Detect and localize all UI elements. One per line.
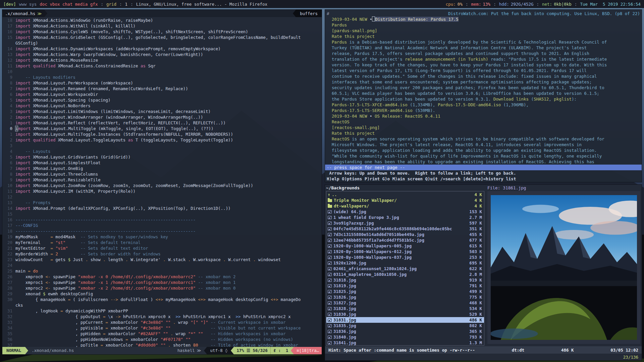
code-line[interactable]: 23windowCount = gets $ Just . show . len… <box>2 257 322 262</box>
file-row[interactable]: 31831.jpg486 K <box>326 317 484 323</box>
code-line[interactable]: 11import XMonad.Layout.IM (withIM, Prope… <box>2 188 322 194</box>
code-line[interactable]: 17---CONFIG <box>2 223 322 228</box>
code-line[interactable]: 0import XMonad.Layout.MultiToggle (mkTog… <box>2 126 322 131</box>
code-line[interactable]: 15import XMonad.Actions.GridSelect (GSCo… <box>2 35 322 40</box>
link[interactable]: 2019-03-04 NEW <box>327 17 370 22</box>
code-line[interactable]: 20myTerminal = "st" -- Sets default term… <box>2 240 322 245</box>
code-line[interactable]: 11import qualified XMonad.Actions.Constr… <box>2 63 322 69</box>
code-line[interactable]: 19myModMask = mod4Mask -- Sets modkey to… <box>2 234 322 240</box>
code-line[interactable]: 7import XMonad.Layout.OneBig <box>2 166 322 171</box>
link[interactable]: Rate this project <box>327 34 375 39</box>
link[interactable]: ReactOS <box>327 119 350 124</box>
file-row[interactable]: 31836.jpg365 K <box>326 328 484 334</box>
link[interactable]: release announcement (in Turkish) <box>405 57 488 62</box>
workspaces-hidden[interactable]: doc vbox chat media gfx <box>40 2 98 7</box>
file-row[interactable]: 04fc7e45d58112b2a9fe446c8c635886b694e108… <box>326 226 484 232</box>
link[interactable]: SHA512 <box>534 97 549 102</box>
code-line[interactable]: 1import XMonad.Layout.MultiToggle.Instan… <box>2 131 322 137</box>
file-row[interactable]: 31818.jpg919 K <box>326 277 484 283</box>
code-line[interactable]: 3import XMonad.Layout.LimitWindows (limi… <box>2 109 322 114</box>
toolbar-hash[interactable]: # <box>327 11 329 16</box>
code-line[interactable]: GSConfig) <box>2 40 322 46</box>
link[interactable]: Rate this project <box>327 131 375 136</box>
code-line[interactable]: 10 <box>2 69 322 74</box>
code-line[interactable]: 16import XMonad.Actions.CycleWS (moveTo,… <box>2 29 322 35</box>
file-row[interactable]: 02461_africansunset_1280x1024.jpg622 K <box>326 266 484 272</box>
code-line[interactable]: 5import XMonad.Layout.GridVariants (Grid… <box>2 154 322 160</box>
code-line[interactable]: 22myBorderWidth = 2 -- Sets border width… <box>2 251 322 257</box>
file-row[interactable]: 31835.jpg802 K <box>326 323 484 328</box>
directory-row[interactable]: dt-wallpapers/4 K <box>326 203 484 209</box>
code-line[interactable]: 2import XMonad.Layout.WindowArranger (wi… <box>2 114 322 120</box>
link[interactable]: Pardus-17.5-LTS-SERVER-amd64.iso <box>327 108 413 113</box>
file-row[interactable]: 12ee746bb85735f1a7a4cd4d7f581b5c.jpg677 … <box>326 237 484 243</box>
code-line[interactable]: 10import XMonad.Layout.ZoomRow (zoomRow,… <box>2 183 322 188</box>
file-row[interactable]: 1920-By-1080-Wallpapers-005.jpg615 K <box>326 243 484 249</box>
file-row[interactable]: 31826.jpg775 K <box>326 294 484 300</box>
file-list[interactable]: ↑..4 KTriple Monitor Wallpaper/4 Kdt-wal… <box>326 191 484 346</box>
link[interactable]: Pardus-17.5-DDE-amd64.iso <box>438 102 501 107</box>
file-row[interactable]: 31825.jpg499 K <box>326 289 484 294</box>
file-row[interactable]: 1920x1200.jpg695 K <box>326 260 484 266</box>
link[interactable]: pkglist <box>554 97 572 102</box>
link[interactable]: [pardus-small.png] <box>327 28 377 33</box>
file-row[interactable]: 31828.jpg534 K <box>326 306 484 311</box>
file-row[interactable]: 31830.jpg529 K <box>326 311 484 317</box>
code-line[interactable]: 14import XMonad.Actions.DynamicWorkspace… <box>2 46 322 52</box>
code-line[interactable]: 4import XMonad.Layout.NoBorders <box>2 103 322 109</box>
code-line[interactable]: 18--------------------------------------… <box>2 228 322 234</box>
link[interactable]: Download links <box>493 97 529 102</box>
code-line[interactable]: 30 { manageHook = ( isFullscreen --> doF… <box>2 297 322 302</box>
code-line[interactable]: 25main = do <box>2 268 322 274</box>
code-line[interactable]: 18import XMonad.Actions.WindowGo (runOrR… <box>2 17 322 23</box>
file-row[interactable]: 3vo91g7azxqz.jpg597 K <box>326 220 484 226</box>
code-line[interactable]: 6import XMonad.Layout.SimplestFloat <box>2 160 322 166</box>
link[interactable]: Pardus <box>327 22 347 27</box>
file-row[interactable]: 1920-By-1080-Wallpapers-037.jpg253 K <box>326 254 484 260</box>
code-line[interactable]: 36 , ppHiddenNoWindows = xmobarColor "#F… <box>2 337 322 342</box>
code-line[interactable]: 12 <box>2 194 322 200</box>
file-row[interactable]: 03114_mapletree_1680x1050.jpg2.8 M <box>326 272 484 277</box>
link[interactable]: ReactOS <box>327 136 350 141</box>
code-line[interactable]: 1import XMonad.Layout.Reflect (reflectVe… <box>2 120 322 126</box>
file-row[interactable]: 31827.jpg468 K <box>326 300 484 306</box>
code-line[interactable]: 8import XMonad.Layout.ThreeColumns <box>2 171 322 177</box>
file-row[interactable]: 1920-By-1080-Wallpapers-012.jpg503 K <box>326 249 484 254</box>
link[interactable]: [reactos-small.png] <box>327 125 380 130</box>
file-row[interactable]: 1 wheat field Europe 3.jpg2.7 M <box>326 215 484 220</box>
code-line[interactable]: 29 xmonad $ ewmh desktopConfig <box>2 291 322 297</box>
code-line[interactable]: 31 , logHook = dynamicLogWithPP xmobarPP <box>2 308 322 314</box>
code-line[interactable]: 9import XMonad.Layout.ResizableTile <box>2 177 322 183</box>
parent-dir-row[interactable]: ↑..4 K <box>326 192 484 197</box>
code-line[interactable]: 34 , ppVisible = xmobarColor "#c3e88d" "… <box>2 325 322 331</box>
code-line[interactable]: 7import XMonad.Layout.Renamed (renamed, … <box>2 86 322 92</box>
code-line[interactable]: 15 <box>2 211 322 217</box>
tab-xmonad-hs[interactable]: .x/xmonad.hs ≫ <box>2 10 44 17</box>
code-line[interactable]: 33 , ppCurrent = xmobarColor "#c3e88d" "… <box>2 319 322 325</box>
code-line[interactable]: 21myTextEditor = "vim" -- Sets default t… <box>2 245 322 251</box>
link[interactable]: OS Release: ReactOS 0.4.11 <box>375 114 440 119</box>
workspaces-visible[interactable]: www sys <box>19 2 37 7</box>
code-line[interactable]: 16--------------------------------------… <box>2 217 322 223</box>
code-line[interactable]: 4 -- Layouts <box>2 148 322 154</box>
link[interactable]: Pardus-17.5-LTS-XFCE-amd64.iso <box>327 102 408 107</box>
code-line[interactable]: 27 xmproc1 <- spawnPipe "xmobar -x 1 /ho… <box>2 280 322 285</box>
code-line[interactable]: 12import XMonad.Actions.MouseResize <box>2 57 322 63</box>
code-line[interactable]: 13 -- Prompts <box>2 200 322 205</box>
file-row[interactable]: 7d3c13155880e514a8d6d70510be449a.jpg455 … <box>326 232 484 237</box>
workspace-current[interactable]: [dev] <box>3 2 16 7</box>
code-line[interactable]: 6import XMonad.Layout.WorkspaceDir <box>2 92 322 97</box>
code-line[interactable]: 14import XMonad.Prompt (defaultXPConfig,… <box>2 205 322 211</box>
code-area[interactable]: 18import XMonad.Actions.WindowGo (runOrR… <box>2 17 322 348</box>
code-line[interactable]: 17import XMonad.Actions.WithAll (sinkAll… <box>2 23 322 29</box>
code-line[interactable]: 24 <box>2 262 322 268</box>
link[interactable]: Pardus <box>327 40 347 45</box>
code-line[interactable]: cks <box>2 302 322 308</box>
code-line[interactable]: 13import XMonad.Actions.Warp (warpToWind… <box>2 52 322 57</box>
code-line[interactable]: 2import qualified XMonad.Layout.ToggleLa… <box>2 137 322 143</box>
code-line[interactable]: 35 , ppHidden = xmobarColor "#82AAFF" ""… <box>2 331 322 337</box>
file-row[interactable]: (wide) 64.jpg153 K <box>326 209 484 215</box>
directory-row[interactable]: Triple Monitor Wallpaper/4 K <box>326 197 484 203</box>
code-line[interactable]: 5import XMonad.Layout.Spacing (spacing) <box>2 97 322 103</box>
link[interactable]: Distribution Release: Pardus 17.5 <box>375 17 458 22</box>
